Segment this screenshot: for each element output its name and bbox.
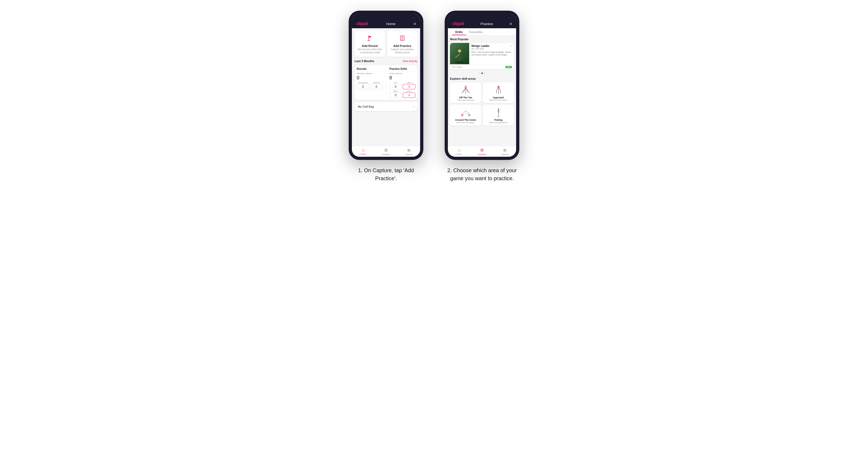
app-header-1: clippd Home ≡: [352, 19, 420, 28]
featured-card-name: Wedge Ladder: [471, 44, 490, 48]
arg-label: ARG: [390, 90, 402, 92]
home-body: Add Round Record your shots fast or enha…: [352, 28, 420, 146]
nav-home-label-1: Home: [361, 153, 366, 155]
app-logo-2: clippd: [452, 21, 464, 26]
tournament-col: Tournament 0: [357, 82, 369, 89]
ott-label: OTT: [390, 82, 402, 84]
svg-point-22: [498, 116, 499, 117]
nav-activities-2[interactable]: ⚙ Activities: [470, 148, 493, 156]
putt-label: PUTT: [403, 90, 415, 92]
app-label: APP: [403, 82, 415, 84]
ott-skill-icon: [459, 85, 472, 95]
approach-subtitle: Dial-in to hit the green: [489, 99, 507, 101]
phone-1-section: clippd Home ≡: [349, 11, 423, 182]
ott-value: 0: [390, 84, 402, 89]
rounds-sub-grid: Tournament 0 Practice 0: [357, 82, 383, 89]
drills-capture-value: 8: [390, 75, 415, 81]
atg-title: Around The Green: [455, 119, 476, 121]
bottom-nav-2: ⌂ Home ⚙ Activities ⊕ Capture: [448, 146, 516, 157]
svg-point-19: [461, 114, 463, 116]
header-menu-1[interactable]: ≡: [414, 22, 416, 26]
phone-1-screen: clippd Home ≡: [352, 14, 420, 157]
ott-subtitle: Power and accuracy: [457, 99, 474, 101]
practice-tabs: Drills Favourites: [448, 28, 516, 35]
approach-title: Approach: [493, 96, 504, 99]
drills-sub-grid-2: ARG 0 PUTT 4: [390, 90, 415, 98]
capture-icon-2: ⊕: [503, 148, 506, 153]
featured-card-inner: Wedge Ladder ☆ 50–100 yds Play 1 shot at…: [450, 43, 514, 64]
phone-2-frame: clippd Practice ≡ Drills Favourites Most…: [445, 11, 519, 160]
home-icon-1: ⌂: [362, 148, 365, 153]
clock-icon: ◷: [452, 66, 454, 68]
add-round-card[interactable]: Add Round Record your shots fast or enha…: [354, 31, 385, 57]
most-popular-title: Most Popular: [450, 38, 514, 41]
star-icon[interactable]: ☆: [509, 44, 512, 48]
putting-subtitle: Make and lag practice: [489, 122, 507, 123]
nav-capture-1[interactable]: ⊕ Capture: [398, 148, 420, 156]
phone-2-section: clippd Practice ≡ Drills Favourites Most…: [445, 11, 519, 182]
nav-activities-label-1: Activities: [382, 153, 390, 156]
skill-off-the-tee[interactable]: Off The Tee Power and accuracy: [450, 82, 481, 103]
practice-stat-value: 0: [370, 84, 383, 89]
featured-yds: 50–100 yds: [471, 48, 512, 50]
phone-2-screen: clippd Practice ≡ Drills Favourites Most…: [448, 14, 516, 157]
arg-value: 0: [390, 93, 402, 98]
drills-title: Practice Drills: [390, 67, 415, 71]
tab-favourites[interactable]: Favourites: [466, 28, 486, 35]
nav-activities-1[interactable]: ⚙ Activities: [375, 148, 397, 156]
nav-home-label-2: Home: [456, 153, 462, 155]
skill-approach[interactable]: Approach Dial-in to hit the green: [483, 82, 514, 103]
app-col: APP 4: [403, 82, 415, 89]
svg-line-15: [463, 88, 466, 92]
add-practice-card[interactable]: Add Practice Capture your practice off-t…: [387, 31, 417, 57]
status-bar-2: [448, 14, 516, 19]
putting-title: Putting: [494, 119, 502, 121]
app-value: 4: [403, 84, 415, 89]
shots-count: ◷ 9 shots: [452, 66, 462, 68]
putt-value: 4: [403, 93, 415, 98]
featured-card[interactable]: Wedge Ladder ☆ 50–100 yds Play 1 shot at…: [450, 43, 514, 69]
atg-subtitle: Hone your short game: [456, 122, 475, 123]
drills-col: Practice Drills Drills Capture 8 OTT 0: [390, 67, 415, 98]
bottom-nav-1: ⌂ Home ⚙ Activities ⊕ Capture: [352, 146, 420, 157]
skill-around-the-green[interactable]: Around The Green Hone your short game: [450, 105, 481, 126]
svg-line-12: [462, 88, 466, 93]
view-activity-link[interactable]: View Activity: [403, 60, 417, 63]
app-badge: APP: [505, 66, 512, 68]
tournament-label: Tournament: [357, 82, 369, 84]
status-bar-1: [352, 14, 420, 19]
approach-skill-icon: [492, 85, 505, 95]
action-cards: Add Round Record your shots fast or enha…: [354, 31, 417, 57]
golf-bag-row[interactable]: My Golf Bag ›: [354, 102, 417, 111]
activities-icon-1: ⚙: [384, 148, 388, 153]
tab-drills[interactable]: Drills: [452, 28, 466, 35]
putt-col: PUTT 4: [403, 90, 415, 98]
rounds-col: Rounds Rounds Capture 0 Tournament 0: [357, 67, 383, 98]
drills-sub-grid: OTT 0 APP 4: [390, 82, 415, 89]
practice-stat-label: Practice: [370, 82, 383, 84]
practice-body: Most Popular: [448, 35, 516, 146]
header-menu-2[interactable]: ≡: [510, 22, 512, 26]
nav-home-1[interactable]: ⌂ Home: [352, 148, 375, 156]
practice-icon: [398, 34, 407, 43]
add-practice-subtitle: Capture your practice off-the-course: [389, 48, 415, 54]
phone-2-caption: 2. Choose which area of your game you wa…: [445, 166, 519, 182]
ott-col: OTT 0: [390, 82, 402, 89]
golf-flag-icon: [365, 34, 375, 43]
nav-home-2[interactable]: ⌂ Home: [448, 148, 470, 156]
add-round-subtitle: Record your shots fast or enhanced mode: [357, 48, 383, 54]
add-practice-title: Add Practice: [393, 44, 411, 48]
home-icon-2: ⌂: [458, 148, 461, 153]
dot-1: [479, 72, 480, 74]
atg-skill-icon: [459, 107, 472, 118]
rounds-capture-value: 0: [357, 75, 383, 81]
capture-icon-1: ⊕: [407, 148, 410, 153]
svg-line-13: [466, 88, 470, 93]
putting-skill-icon: [492, 107, 505, 118]
practice-screen-content: Most Popular: [448, 35, 516, 157]
nav-capture-2[interactable]: ⊕ Capture: [493, 148, 516, 156]
skill-putting[interactable]: Putting Make and lag practice: [483, 105, 514, 126]
explore-title: Explore skill areas: [450, 77, 514, 80]
stats-section-header: Last 3 Months View Activity: [354, 59, 417, 63]
golfer-svg: [450, 43, 469, 64]
